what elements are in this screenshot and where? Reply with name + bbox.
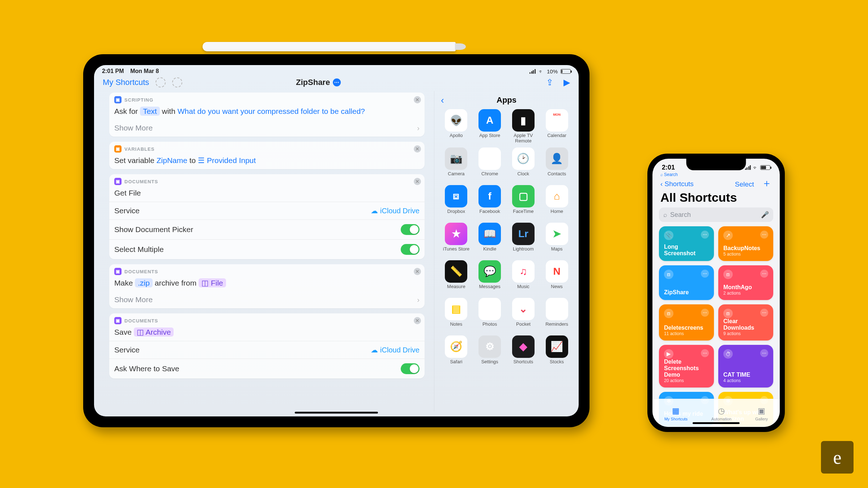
tile-more-icon[interactable]: ⋯ bbox=[760, 309, 768, 317]
show-more-button[interactable]: Show More› bbox=[109, 120, 425, 137]
tile-more-icon[interactable]: ⋯ bbox=[760, 270, 768, 278]
app-item[interactable]: ▮ Apple TV Remote bbox=[507, 109, 540, 144]
share-icon[interactable]: ⇪ bbox=[546, 77, 553, 87]
app-item[interactable]: 🧭 Safari bbox=[439, 335, 473, 369]
wifi-icon: ᯤ bbox=[539, 68, 544, 74]
action-card[interactable]: ✕ ▣DOCUMENTSGet FileService☁ iCloud Driv… bbox=[109, 174, 425, 259]
action-card[interactable]: ✕ ▣SCRIPTINGAsk for Text with What do yo… bbox=[109, 93, 425, 137]
app-item[interactable]: 📖 Kindle bbox=[473, 223, 507, 257]
action-line[interactable]: Set variable ZipName to ☰ Provided Input bbox=[109, 153, 425, 169]
app-item[interactable]: ✿ Photos bbox=[473, 298, 507, 332]
action-card[interactable]: ✕ ▣VARIABLESSet variable ZipName to ☰ Pr… bbox=[109, 142, 425, 169]
app-item[interactable]: ▤ Notes bbox=[439, 298, 473, 332]
search-input[interactable]: ⌕ Search 🎤 bbox=[659, 207, 773, 222]
tile-more-icon[interactable]: ⋯ bbox=[701, 309, 709, 317]
home-indicator[interactable] bbox=[295, 412, 378, 414]
show-more-button[interactable]: Show More› bbox=[109, 292, 425, 308]
back-button[interactable]: My Shortcuts bbox=[103, 78, 149, 87]
sidebar-back-icon[interactable]: ‹ bbox=[441, 95, 444, 106]
action-type-icon: ▣ bbox=[114, 268, 122, 275]
home-indicator[interactable] bbox=[693, 422, 740, 424]
app-label: App Store bbox=[479, 133, 500, 143]
app-item[interactable]: f Facebook bbox=[473, 185, 507, 219]
tab-my-shortcuts[interactable]: ▦My Shortcuts bbox=[664, 406, 688, 421]
app-item[interactable]: A App Store bbox=[473, 109, 507, 144]
shortcut-tile[interactable]: ↗⋯ BackupNotes 5 actions bbox=[718, 226, 773, 261]
tile-more-icon[interactable]: ⋯ bbox=[701, 270, 709, 278]
shortcut-tile[interactable]: ▶⋯ Delete Screenshots Demo 20 actions bbox=[659, 345, 714, 388]
action-card[interactable]: ✕ ▣DOCUMENTSMake .zip archive from ◫ Fil… bbox=[109, 264, 425, 308]
app-item[interactable]: ◆ Shortcuts bbox=[507, 335, 540, 369]
spotlight-search-link[interactable]: ⌕ Search bbox=[652, 171, 780, 177]
cloud-icon[interactable]: ☁ iCloud Drive bbox=[371, 346, 420, 354]
shortcut-tile[interactable]: ⧈⋯ MonthAgo 2 actions bbox=[718, 265, 773, 300]
action-card[interactable]: ✕ ▣DOCUMENTSSave ◫ ArchiveService☁ iClou… bbox=[109, 313, 425, 378]
shortcut-tile[interactable]: 📎⋯ Long Screenshot bbox=[659, 226, 714, 261]
app-item[interactable]: ⌂ Home bbox=[540, 185, 574, 219]
undo-button[interactable] bbox=[156, 77, 166, 87]
app-item[interactable]: ▢ FaceTime bbox=[507, 185, 540, 219]
action-line[interactable]: Save ◫ Archive bbox=[109, 325, 425, 341]
close-icon[interactable]: ✕ bbox=[414, 178, 421, 185]
phone-back-button[interactable]: ‹ Shortcuts bbox=[660, 180, 694, 188]
title-more-icon[interactable]: ⋯ bbox=[333, 78, 341, 86]
close-icon[interactable]: ✕ bbox=[414, 145, 421, 153]
app-label: Measure bbox=[447, 284, 465, 294]
action-param-row[interactable]: Service☁ iCloud Drive bbox=[109, 202, 425, 219]
select-button[interactable]: Select bbox=[735, 180, 754, 188]
tab-gallery[interactable]: ▣Gallery bbox=[755, 406, 768, 421]
shortcut-tile[interactable]: ⏱⋯ CAT TIME 4 actions bbox=[718, 345, 773, 388]
chevron-right-icon: › bbox=[417, 296, 420, 304]
app-item[interactable]: ⌄ Pocket bbox=[507, 298, 540, 332]
run-icon[interactable]: ▶ bbox=[563, 77, 570, 87]
app-label: Pocket bbox=[516, 322, 531, 332]
close-icon[interactable]: ✕ bbox=[414, 317, 421, 324]
app-item[interactable]: 👽 Apollo bbox=[439, 109, 473, 144]
app-item[interactable]: 🕑 Clock bbox=[507, 147, 540, 181]
action-param-row[interactable]: Service☁ iCloud Drive bbox=[109, 341, 425, 359]
app-item[interactable]: ◉ Chrome bbox=[473, 147, 507, 181]
toggle-switch[interactable] bbox=[401, 224, 420, 235]
app-item[interactable]: 📏 Measure bbox=[439, 260, 473, 294]
shortcut-tile[interactable]: ⧈⋯ Clear Downloads 9 actions bbox=[718, 304, 773, 341]
tab-label: My Shortcuts bbox=[664, 417, 688, 421]
tab-automation[interactable]: ◷Automation bbox=[711, 406, 732, 421]
redo-button[interactable] bbox=[172, 77, 182, 87]
app-item[interactable]: 📷 Camera bbox=[439, 147, 473, 181]
shortcut-tile[interactable]: ⧈⋯ ZipShare bbox=[659, 265, 714, 300]
battery-pct: 10% bbox=[547, 68, 558, 74]
app-item[interactable]: ★ iTunes Store bbox=[439, 223, 473, 257]
action-line[interactable]: Ask for Text with What do you want your … bbox=[109, 104, 425, 120]
action-param-row[interactable]: Select Multiple bbox=[109, 239, 425, 259]
tile-more-icon[interactable]: ⋯ bbox=[701, 349, 709, 357]
app-item[interactable]: N News bbox=[540, 260, 574, 294]
tile-more-icon[interactable]: ⋯ bbox=[760, 231, 768, 239]
app-item[interactable]: ≣ Reminders bbox=[540, 298, 574, 332]
app-item[interactable]: MON8 Calendar bbox=[540, 109, 574, 144]
app-item[interactable]: 👤 Contacts bbox=[540, 147, 574, 181]
app-item[interactable]: ⧈ Dropbox bbox=[439, 185, 473, 219]
action-param-row[interactable]: Ask Where to Save bbox=[109, 359, 425, 378]
close-icon[interactable]: ✕ bbox=[414, 268, 421, 275]
app-item[interactable]: ⚙ Settings bbox=[473, 335, 507, 369]
mic-icon[interactable]: 🎤 bbox=[761, 211, 769, 219]
close-icon[interactable]: ✕ bbox=[414, 96, 421, 103]
app-item[interactable]: 💬 Messages bbox=[473, 260, 507, 294]
app-item[interactable]: Lr Lightroom bbox=[507, 223, 540, 257]
toggle-switch[interactable] bbox=[401, 244, 420, 255]
action-type-icon: ▣ bbox=[114, 178, 122, 185]
app-icon: 📷 bbox=[445, 147, 467, 170]
cloud-icon[interactable]: ☁ iCloud Drive bbox=[371, 206, 420, 215]
add-button[interactable]: ＋ bbox=[762, 177, 772, 189]
tile-more-icon[interactable]: ⋯ bbox=[701, 231, 709, 239]
action-line[interactable]: Make .zip archive from ◫ File bbox=[109, 276, 425, 292]
app-icon: ≣ bbox=[546, 298, 568, 320]
app-item[interactable]: 📈 Stocks bbox=[540, 335, 574, 369]
toggle-switch[interactable] bbox=[401, 363, 420, 374]
notch bbox=[686, 159, 746, 170]
shortcut-tile[interactable]: ⧈⋯ Deletescreens 11 actions bbox=[659, 304, 714, 341]
app-item[interactable]: ♫ Music bbox=[507, 260, 540, 294]
tile-more-icon[interactable]: ⋯ bbox=[760, 349, 768, 357]
action-param-row[interactable]: Show Document Picker bbox=[109, 219, 425, 239]
app-item[interactable]: ➤ Maps bbox=[540, 223, 574, 257]
